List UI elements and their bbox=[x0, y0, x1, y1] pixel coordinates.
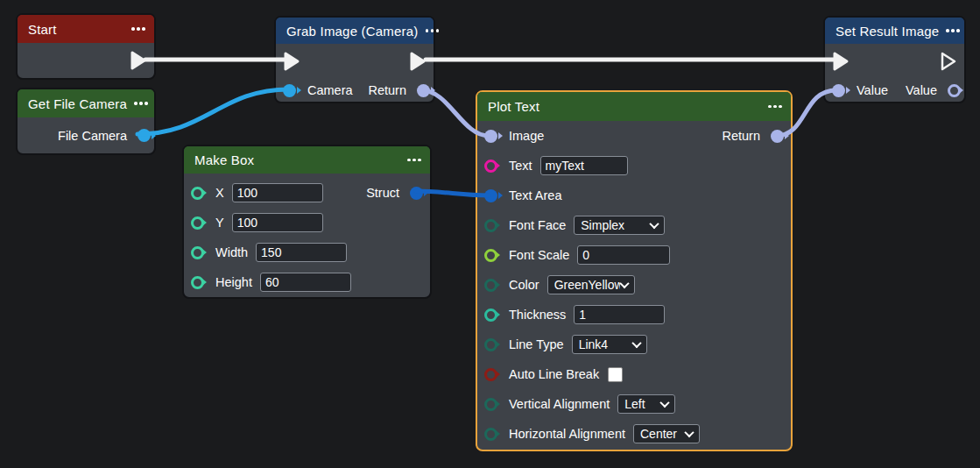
param-label: Y bbox=[215, 216, 224, 230]
port-label: Text Area bbox=[509, 188, 561, 202]
thickness-input[interactable] bbox=[574, 305, 665, 324]
port-vertical-alignment-in[interactable] bbox=[484, 398, 497, 411]
port-camera-in[interactable] bbox=[283, 84, 296, 97]
node-grab-image-camera[interactable]: Grab Image (Camera) Camera Return bbox=[274, 16, 435, 103]
port-auto-line-break-in[interactable] bbox=[484, 368, 497, 381]
port-label: Return bbox=[722, 129, 760, 143]
chevron-down-icon bbox=[684, 428, 694, 437]
port-text-in[interactable] bbox=[484, 160, 497, 173]
port-label: Return bbox=[368, 83, 406, 97]
node-menu-icon[interactable] bbox=[426, 29, 440, 32]
exec-in-pin[interactable] bbox=[832, 51, 850, 72]
port-struct-out[interactable] bbox=[410, 187, 423, 200]
node-make-box-header[interactable]: Make Box bbox=[184, 146, 430, 174]
node-title: Set Result Image bbox=[835, 24, 939, 39]
vertical-alignment-select[interactable]: Left bbox=[617, 394, 675, 414]
param-label: Horizontal Alignment bbox=[509, 427, 625, 441]
exec-out-pin-unconnected[interactable] bbox=[940, 51, 957, 72]
exec-out-pin[interactable] bbox=[409, 51, 427, 72]
node-plot-text[interactable]: Plot Text Image Return Text Text Area Fo… bbox=[476, 90, 793, 451]
port-label: Value bbox=[906, 83, 937, 97]
font-scale-input[interactable] bbox=[577, 245, 670, 265]
port-y-in[interactable] bbox=[191, 216, 204, 230]
node-title: Grab Image (Camera) bbox=[286, 24, 419, 39]
chevron-down-icon bbox=[631, 338, 641, 348]
port-label: Struct bbox=[366, 186, 399, 200]
node-start[interactable]: Start bbox=[16, 13, 156, 80]
port-file-camera-out[interactable] bbox=[137, 129, 151, 142]
port-horizontal-alignment-in[interactable] bbox=[484, 428, 497, 441]
port-label: Image bbox=[509, 129, 544, 143]
chevron-down-icon bbox=[660, 398, 670, 408]
node-title: Plot Text bbox=[488, 99, 539, 114]
make-box-x-input[interactable] bbox=[232, 183, 323, 202]
node-title: Start bbox=[28, 22, 57, 37]
port-return-out[interactable] bbox=[417, 84, 430, 97]
param-label: Width bbox=[215, 245, 248, 259]
chevron-down-icon bbox=[650, 219, 659, 229]
param-label: Text bbox=[509, 159, 532, 173]
port-color-in[interactable] bbox=[484, 279, 497, 292]
port-value-out[interactable] bbox=[948, 84, 961, 97]
chevron-down-icon bbox=[619, 279, 629, 288]
port-thickness-in[interactable] bbox=[484, 308, 497, 322]
node-graph-canvas[interactable]: Start Get File Camera File Camera Grab I… bbox=[0, 0, 980, 468]
node-menu-icon[interactable] bbox=[407, 159, 421, 162]
node-menu-icon[interactable] bbox=[946, 29, 960, 32]
node-title: Make Box bbox=[194, 152, 254, 167]
exec-out-pin[interactable] bbox=[130, 50, 147, 71]
make-box-width-input[interactable] bbox=[256, 243, 347, 262]
wire-filecamera-to-camera bbox=[137, 89, 289, 134]
plot-text-text-input[interactable] bbox=[540, 156, 628, 175]
port-return-out[interactable] bbox=[771, 130, 784, 143]
param-label: Height bbox=[215, 275, 252, 289]
param-label: Line Type bbox=[509, 337, 564, 351]
node-start-header[interactable]: Start bbox=[18, 15, 154, 43]
port-width-in[interactable] bbox=[191, 246, 204, 259]
font-face-select[interactable]: Simplex bbox=[574, 216, 665, 235]
port-value-in[interactable] bbox=[832, 84, 845, 97]
param-label: Vertical Alignment bbox=[509, 397, 610, 411]
node-get-file-camera-header[interactable]: Get File Camera bbox=[18, 89, 154, 117]
make-box-y-input[interactable] bbox=[232, 213, 323, 232]
node-set-result-image-header[interactable]: Set Result Image bbox=[825, 18, 964, 44]
horizontal-alignment-select[interactable]: Center bbox=[633, 424, 700, 443]
node-grab-image-header[interactable]: Grab Image (Camera) bbox=[276, 18, 434, 44]
node-title: Get File Camera bbox=[28, 96, 127, 111]
port-line-type-in[interactable] bbox=[484, 338, 497, 351]
param-label: Thickness bbox=[509, 308, 566, 322]
param-label: Font Face bbox=[509, 218, 566, 232]
exec-in-pin[interactable] bbox=[283, 51, 300, 72]
auto-line-break-checkbox[interactable] bbox=[608, 367, 623, 382]
param-label: X bbox=[215, 186, 224, 200]
param-label: Color bbox=[509, 278, 539, 292]
port-text-area-in[interactable] bbox=[484, 189, 497, 202]
node-menu-icon[interactable] bbox=[131, 27, 145, 31]
node-get-file-camera[interactable]: Get File Camera File Camera bbox=[16, 88, 156, 155]
node-menu-icon[interactable] bbox=[134, 102, 148, 105]
port-height-in[interactable] bbox=[191, 276, 204, 289]
line-type-select[interactable]: Link4 bbox=[572, 335, 647, 354]
param-label: Auto Line Break bbox=[509, 367, 599, 381]
node-set-result-image[interactable]: Set Result Image Value Value bbox=[823, 16, 966, 103]
node-make-box[interactable]: Make Box X Struct Y Width bbox=[182, 145, 432, 299]
node-plot-text-header[interactable]: Plot Text bbox=[477, 92, 791, 121]
node-menu-icon[interactable] bbox=[768, 105, 782, 109]
color-select[interactable]: GreenYellow bbox=[547, 275, 635, 294]
port-font-face-in[interactable] bbox=[484, 219, 497, 232]
port-label: File Camera bbox=[58, 129, 127, 143]
port-font-scale-in[interactable] bbox=[484, 249, 497, 262]
port-label: Value bbox=[857, 83, 888, 97]
make-box-height-input[interactable] bbox=[260, 273, 351, 292]
port-image-in[interactable] bbox=[484, 130, 497, 143]
port-label: Camera bbox=[307, 83, 353, 97]
param-label: Font Scale bbox=[509, 248, 569, 262]
port-x-in[interactable] bbox=[191, 187, 204, 200]
